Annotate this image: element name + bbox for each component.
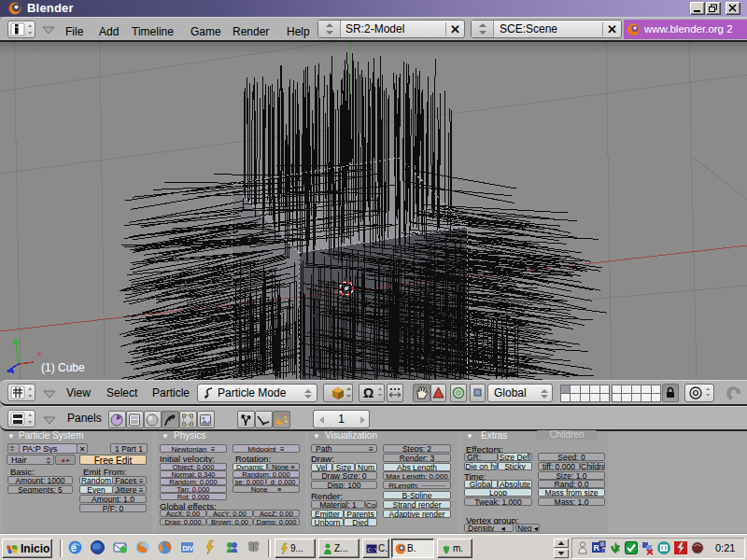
svg-text:(1) Cube: (1) Cube xyxy=(41,361,85,374)
svg-text:x: x xyxy=(37,349,42,358)
svg-text:R: R xyxy=(594,543,600,553)
svg-text:Ω: Ω xyxy=(363,385,374,400)
svg-text:C:\: C:\ xyxy=(368,547,378,553)
svg-text:DIV: DIV xyxy=(183,545,194,552)
svg-text:e: e xyxy=(71,542,77,553)
